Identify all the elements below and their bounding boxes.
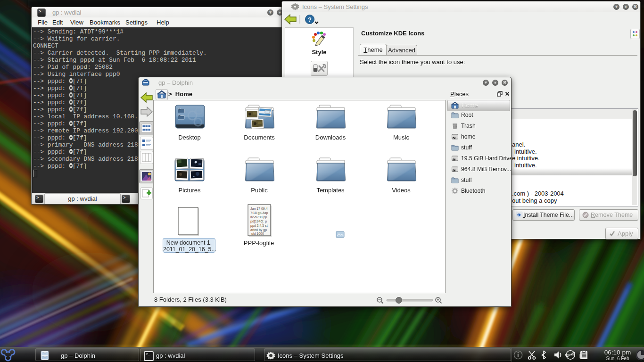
svg-text:uid 1000: uid 1000: [251, 232, 264, 235]
svg-text:ire-5738 pp: ire-5738 pp: [250, 215, 267, 219]
svg-text:ppd 2.4.5 st: ppd 2.4.5 st: [250, 224, 268, 228]
svg-text:?: ?: [308, 16, 312, 23]
svg-text:arted by gp: arted by gp: [250, 228, 267, 232]
svg-text:pd[1946]: p: pd[1946]: p: [250, 220, 267, 223]
svg-text:7:18 gp-Asp: 7:18 gp-Asp: [250, 211, 268, 215]
svg-text:Jan 17 09:4: Jan 17 09:4: [250, 207, 268, 210]
